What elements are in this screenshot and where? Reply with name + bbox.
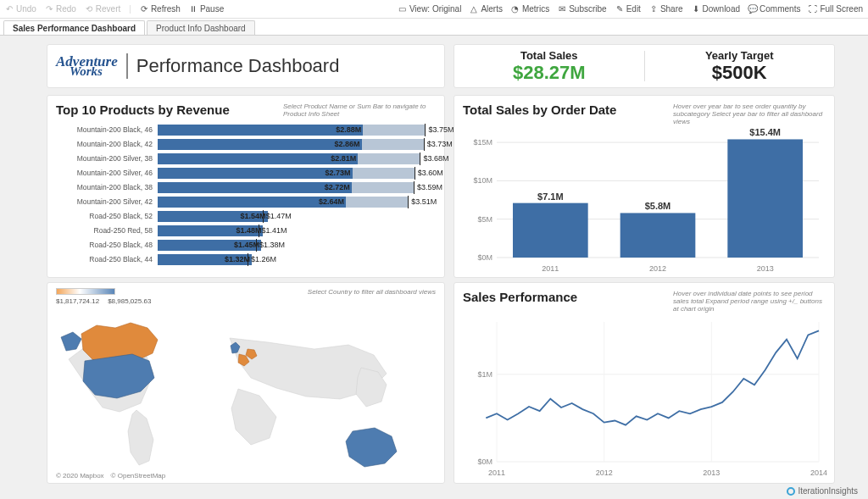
- view-icon: ▭: [398, 5, 407, 14]
- tsod-barchart[interactable]: $0M$5M$10M$15M$7.1M2011$5.8M2012$15.4M20…: [463, 126, 827, 274]
- bar-label: Road-250 Black, 48: [56, 241, 158, 249]
- tab-sales-performance[interactable]: Sales Performance Dashboard: [3, 20, 145, 35]
- edit-button[interactable]: ✎Edit: [615, 4, 641, 14]
- fullscreen-label: Full Screen: [820, 4, 863, 14]
- mail-icon: ✉: [558, 5, 566, 14]
- svg-text:2011: 2011: [488, 469, 505, 477]
- bar-row[interactable]: Road-250 Red, 58$1.48M$1.41M: [56, 224, 436, 237]
- undo-icon: ↶: [5, 5, 14, 14]
- redo-button[interactable]: ↷Redo: [45, 4, 76, 14]
- alerts-button[interactable]: △Alerts: [470, 4, 503, 14]
- panel-title: Total Sales by Order Date: [463, 103, 616, 117]
- bar-row[interactable]: Mountain-200 Black, 42$2.86M$3.73M: [56, 137, 436, 151]
- svg-rect-11: [620, 213, 696, 258]
- dashboard-canvas: Adventure Works Performance Dashboard To…: [0, 36, 868, 499]
- bar-value-primary: $2.73M: [326, 169, 353, 177]
- tab-label: Sales Performance Dashboard: [13, 24, 136, 33]
- svg-text:$15M: $15M: [473, 138, 492, 147]
- bar-value-secondary: $3.73M: [424, 140, 453, 148]
- revert-label: Revert: [96, 4, 120, 14]
- footer-brand-label: IterationInsights: [798, 486, 858, 496]
- bar-row[interactable]: Mountain-200 Black, 38$2.72M$3.59M: [56, 180, 436, 194]
- view-button[interactable]: ▭View: Original: [398, 4, 462, 14]
- undo-button[interactable]: ↶Undo: [5, 4, 36, 14]
- bar-label: Road-250 Black, 44: [56, 255, 158, 263]
- region-alaska[interactable]: [61, 332, 81, 351]
- attrib-osm: © OpenStreetMap: [111, 472, 166, 480]
- share-icon: ⇪: [649, 5, 658, 14]
- header-card: Adventure Works Performance Dashboard: [47, 44, 445, 88]
- refresh-button[interactable]: ⟳Refresh: [140, 4, 181, 14]
- svg-text:$5.8M: $5.8M: [645, 201, 671, 211]
- pencil-icon: ✎: [615, 5, 624, 14]
- gradient-legend-icon: [56, 288, 115, 295]
- pause-icon: ⏸: [189, 5, 198, 14]
- download-label: Download: [703, 4, 740, 14]
- svg-text:$0M: $0M: [477, 457, 492, 466]
- top10-barchart[interactable]: Mountain-200 Black, 46$2.88M$3.75MMounta…: [56, 123, 436, 266]
- download-button[interactable]: ⬇Download: [692, 4, 740, 14]
- bar-label: Mountain-200 Silver, 38: [56, 154, 158, 163]
- metrics-button[interactable]: ◔Metrics: [511, 4, 549, 14]
- bar-value-secondary: $1.26M: [248, 255, 276, 263]
- map-attribution: © 2020 Mapbox © OpenStreetMap: [56, 472, 165, 480]
- bar-row[interactable]: Mountain-200 Black, 46$2.88M$3.75M: [56, 123, 436, 136]
- comment-icon: 💬: [748, 5, 757, 14]
- svg-text:2012: 2012: [649, 264, 666, 273]
- fullscreen-icon: ⛶: [809, 5, 817, 14]
- fullscreen-button[interactable]: ⛶Full Screen: [809, 4, 863, 14]
- bar-row[interactable]: Road-250 Black, 48$1.45M$1.38M: [56, 238, 436, 252]
- revert-button[interactable]: ⟲Revert: [85, 4, 120, 14]
- kpi-card: Total Sales $28.27M Yearly Target $500K: [453, 44, 835, 88]
- bar-value-secondary: $3.59M: [414, 183, 442, 191]
- svg-text:2013: 2013: [757, 264, 774, 273]
- sheet-tabs: Sales Performance Dashboard Product Info…: [0, 19, 868, 36]
- sp-linechart[interactable]: $0M$1M2011201220132014: [463, 313, 827, 479]
- divider: [126, 53, 128, 79]
- kpi-value: $28.27M: [454, 62, 644, 84]
- kpi-label: Total Sales: [454, 49, 644, 62]
- download-icon: ⬇: [692, 5, 700, 14]
- alerts-label: Alerts: [481, 4, 503, 14]
- svg-rect-8: [513, 202, 588, 257]
- bar-value-secondary: $3.68M: [420, 154, 448, 163]
- pause-label: Pause: [200, 4, 224, 14]
- legend-low: $1,817,724.12: [56, 297, 99, 305]
- metrics-icon: ◔: [511, 5, 520, 14]
- svg-text:$7.1M: $7.1M: [537, 191, 564, 201]
- share-button[interactable]: ⇪Share: [649, 4, 683, 14]
- panel-hint: Select Product Name or Sum Bar to naviga…: [283, 103, 436, 118]
- bar-label: Mountain-200 Black, 38: [56, 183, 158, 191]
- bar-value-secondary: $1.41M: [259, 226, 287, 235]
- kpi-value: $500K: [645, 62, 835, 84]
- toolbar: ↶Undo ↷Redo ⟲Revert | ⟳Refresh ⏸Pause ▭V…: [0, 0, 868, 19]
- tab-product-info[interactable]: Product Info Dashboard: [147, 20, 255, 35]
- map-legend: [56, 288, 115, 295]
- kpi-total-sales: Total Sales $28.27M: [454, 49, 644, 84]
- world-map[interactable]: [56, 308, 437, 474]
- bar-value-secondary: $1.38M: [256, 241, 285, 249]
- bar-label: Mountain-200 Black, 42: [56, 140, 158, 148]
- redo-label: Redo: [56, 4, 76, 14]
- bar-row[interactable]: Road-250 Black, 52$1.54M$1.47M: [56, 209, 436, 223]
- bar-row[interactable]: Road-250 Black, 44$1.32M$1.26M: [56, 252, 436, 266]
- bar-label: Road-250 Red, 58: [56, 226, 158, 235]
- refresh-label: Refresh: [151, 4, 181, 14]
- subscribe-button[interactable]: ✉Subscribe: [558, 4, 606, 14]
- alert-icon: △: [470, 5, 478, 14]
- bar-value-primary: $2.86M: [335, 140, 362, 148]
- region-australia[interactable]: [346, 428, 397, 467]
- bar-row[interactable]: Mountain-200 Silver, 46$2.73M$3.60M: [56, 166, 436, 180]
- attrib-mapbox: © 2020 Mapbox: [56, 472, 104, 480]
- comments-label: Comments: [760, 4, 800, 14]
- footer-brand: IterationInsights: [787, 486, 858, 496]
- svg-text:2012: 2012: [596, 469, 613, 477]
- pause-button[interactable]: ⏸Pause: [189, 4, 224, 14]
- bar-row[interactable]: Mountain-200 Silver, 38$2.81M$3.68M: [56, 152, 436, 165]
- comments-button[interactable]: 💬Comments: [748, 4, 800, 14]
- kpi-yearly-target: Yearly Target $500K: [645, 49, 835, 84]
- bar-row[interactable]: Mountain-200 Silver, 42$2.64M$3.51M: [56, 195, 436, 208]
- bar-value-primary: $2.88M: [336, 125, 363, 134]
- undo-label: Undo: [16, 4, 36, 14]
- bar-value-primary: $2.81M: [331, 154, 358, 163]
